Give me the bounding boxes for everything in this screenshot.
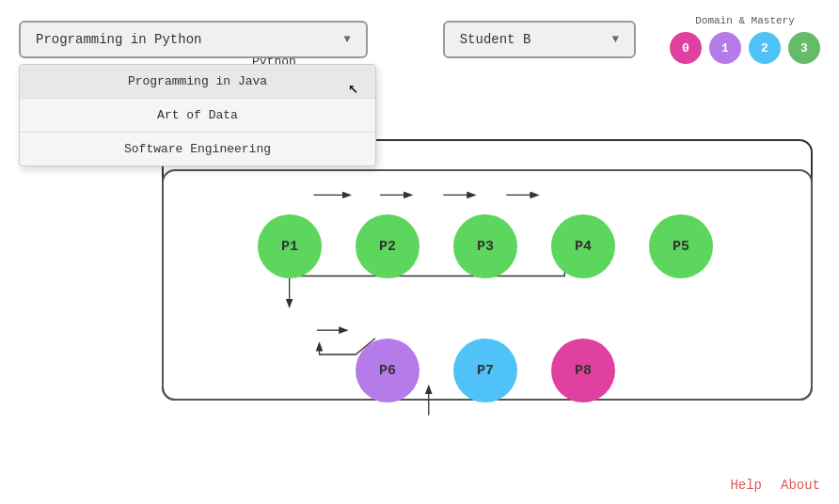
node-P4[interactable]: P4: [551, 214, 615, 278]
student-dropdown-label: Student B: [460, 32, 531, 47]
mastery-circle-1: 1: [709, 32, 741, 64]
node-P8[interactable]: P8: [551, 339, 615, 402]
dropdown-item-0[interactable]: Programming in Java: [20, 65, 375, 99]
course-dropdown-arrow: ▼: [344, 33, 351, 46]
help-link[interactable]: Help: [730, 478, 762, 493]
node-P6[interactable]: P6: [356, 339, 420, 402]
mastery-circle-3: 3: [788, 32, 820, 64]
dropdown-item-1[interactable]: Art of Data: [20, 99, 375, 133]
mastery-circle-0: 0: [670, 32, 702, 64]
footer: Help About: [730, 478, 820, 493]
student-dropdown[interactable]: Student B ▼: [443, 21, 636, 58]
node-P5[interactable]: P5: [649, 214, 713, 278]
about-link[interactable]: About: [781, 478, 820, 493]
top-nodes-row: P1P2P3P4P5: [150, 214, 820, 278]
course-dropdown-label: Programming in Python: [36, 32, 201, 47]
node-P1[interactable]: P1: [258, 214, 322, 278]
mastery-label: Domain & Mastery: [695, 15, 795, 26]
course-dropdown[interactable]: Programming in Python ▼: [19, 21, 368, 58]
student-dropdown-arrow: ▼: [612, 33, 619, 46]
mastery-circles: 0123: [670, 32, 820, 64]
mastery-section: Domain & Mastery 0123: [670, 15, 820, 64]
dropdown-item-2[interactable]: Software Engineering: [20, 133, 375, 165]
dropdown-menu: Programming in JavaArt of DataSoftware E…: [19, 64, 376, 166]
mastery-circle-2: 2: [749, 32, 781, 64]
node-P3[interactable]: P3: [453, 214, 517, 278]
node-P7[interactable]: P7: [453, 339, 517, 402]
bottom-nodes-row: P6P7P8: [150, 339, 820, 402]
node-P2[interactable]: P2: [356, 214, 420, 278]
